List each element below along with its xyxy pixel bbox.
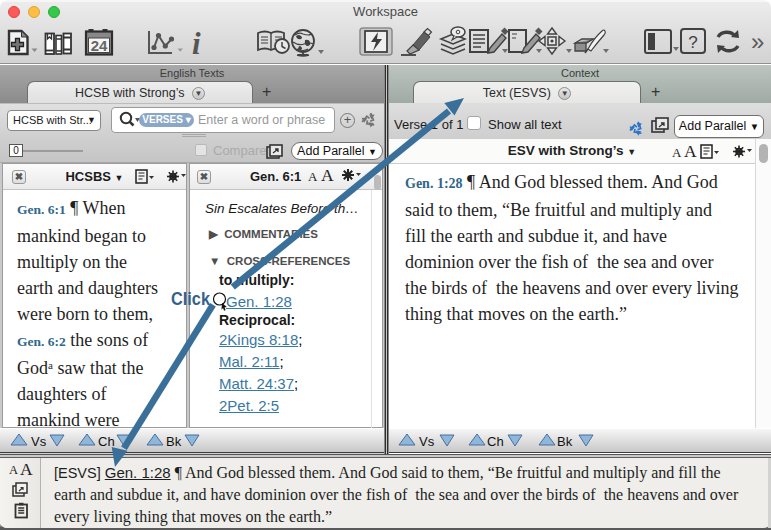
svg-text:?: ?: [688, 33, 697, 52]
svg-text:i: i: [192, 26, 201, 61]
svg-text:»: »: [751, 28, 764, 55]
svg-text:24: 24: [91, 37, 108, 54]
